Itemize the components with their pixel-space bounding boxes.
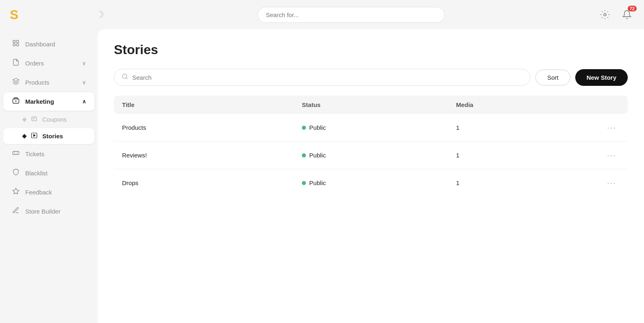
search-bar — [114, 69, 530, 86]
sidebar-item-blacklist[interactable]: Blacklist — [3, 164, 94, 182]
top-search-bar — [104, 7, 598, 23]
sidebar-item-coupons[interactable]: Coupons — [3, 111, 94, 127]
main-layout: Dashboard Orders ∨ Products ∨ — [0, 29, 644, 323]
products-icon — [11, 78, 20, 87]
new-story-button[interactable]: New Story — [575, 69, 628, 86]
story-actions: ··· — [576, 142, 628, 169]
svg-line-19 — [126, 78, 127, 79]
story-title[interactable]: Drops — [114, 169, 294, 197]
sidebar-item-feedback[interactable]: Feedback — [3, 183, 94, 201]
coupons-icon — [31, 116, 37, 123]
status-dot — [302, 181, 306, 185]
table-body: Products Public 1 ··· Reviews! Public 1 — [114, 114, 628, 196]
table-header: Title Status Media — [114, 96, 628, 114]
stories-icon — [31, 132, 37, 140]
story-media: 1 — [448, 114, 576, 142]
table-row: Reviews! Public 1 ··· — [114, 142, 628, 169]
sidebar-item-stories[interactable]: Stories — [3, 128, 94, 144]
sidebar-label-dashboard: Dashboard — [25, 41, 55, 48]
story-status: Public — [294, 142, 448, 169]
blacklist-icon — [11, 168, 20, 178]
story-media: 1 — [448, 169, 576, 197]
col-header-action — [576, 96, 628, 114]
story-status: Public — [294, 169, 448, 197]
toolbar: Sort New Story — [114, 69, 628, 86]
sidebar-item-products[interactable]: Products ∨ — [3, 73, 94, 92]
svg-point-0 — [604, 13, 606, 16]
sidebar-item-store-builder[interactable]: Store Builder — [3, 202, 94, 220]
orders-chevron: ∨ — [82, 60, 86, 66]
settings-icon[interactable] — [598, 7, 612, 22]
story-status: Public — [294, 114, 448, 142]
stories-table: Title Status Media Products Public 1 ··· — [114, 96, 628, 196]
sidebar-label-stories: Stories — [42, 133, 63, 140]
status-dot — [302, 126, 306, 130]
status-label: Public — [309, 179, 326, 186]
main-content: Stories Sort New Story Title Status Med — [98, 29, 644, 323]
sidebar-item-orders[interactable]: Orders ∨ — [3, 54, 94, 72]
sidebar-item-tickets[interactable]: Tickets — [3, 145, 94, 163]
orders-icon — [11, 59, 20, 68]
svg-rect-1 — [13, 40, 15, 42]
story-actions: ··· — [576, 169, 628, 197]
col-header-title: Title — [114, 96, 294, 114]
svg-rect-4 — [17, 44, 19, 46]
table-row: Drops Public 1 ··· — [114, 169, 628, 197]
more-options-button[interactable]: ··· — [604, 121, 620, 134]
sidebar-item-dashboard[interactable]: Dashboard — [3, 35, 94, 53]
status-label: Public — [309, 124, 326, 131]
svg-rect-2 — [17, 40, 19, 42]
coupons-dot — [22, 117, 26, 122]
more-options-button[interactable]: ··· — [604, 177, 620, 189]
notification-badge: 72 — [628, 6, 637, 11]
sidebar-label-coupons: Coupons — [42, 116, 67, 123]
svg-point-18 — [122, 74, 127, 79]
story-title[interactable]: Reviews! — [114, 142, 294, 169]
svg-marker-17 — [13, 188, 19, 194]
marketing-icon — [11, 97, 20, 106]
products-chevron: ∨ — [82, 79, 86, 85]
story-title[interactable]: Products — [114, 114, 294, 142]
sidebar: Dashboard Orders ∨ Products ∨ — [0, 29, 98, 323]
top-search-input[interactable] — [258, 7, 445, 23]
marketing-chevron: ∧ — [82, 98, 86, 105]
top-nav: S ☽ 72 — [0, 0, 644, 29]
sidebar-label-orders: Orders — [25, 60, 44, 67]
sidebar-label-tickets: Tickets — [25, 151, 44, 157]
tickets-icon — [11, 149, 20, 159]
dashboard-icon — [11, 39, 20, 49]
sort-button[interactable]: Sort — [535, 70, 570, 85]
svg-marker-13 — [34, 134, 35, 136]
svg-marker-5 — [13, 79, 19, 82]
svg-rect-9 — [32, 117, 37, 120]
status-label: Public — [309, 152, 326, 159]
stories-dot — [22, 134, 26, 138]
sidebar-label-products: Products — [25, 79, 49, 86]
top-nav-right: 72 — [598, 7, 634, 22]
notification-icon[interactable]: 72 — [620, 7, 634, 22]
svg-rect-14 — [13, 151, 19, 155]
logo: S — [10, 7, 91, 22]
page-title: Stories — [114, 42, 628, 57]
col-header-media: Media — [448, 96, 576, 114]
sidebar-label-feedback: Feedback — [25, 189, 52, 196]
story-actions: ··· — [576, 114, 628, 142]
col-header-status: Status — [294, 96, 448, 114]
sidebar-label-store-builder: Store Builder — [25, 208, 61, 215]
svg-rect-3 — [13, 44, 15, 46]
table-row: Products Public 1 ··· — [114, 114, 628, 142]
more-options-button[interactable]: ··· — [604, 149, 620, 162]
story-media: 1 — [448, 142, 576, 169]
store-builder-icon — [11, 207, 20, 216]
dark-mode-icon[interactable]: ☽ — [96, 9, 104, 20]
status-dot — [302, 153, 306, 157]
sidebar-label-blacklist: Blacklist — [25, 170, 48, 177]
stories-search-input[interactable] — [132, 74, 523, 81]
sidebar-label-marketing: Marketing — [25, 98, 54, 105]
sidebar-item-marketing[interactable]: Marketing ∧ — [3, 92, 94, 111]
feedback-icon — [11, 188, 20, 197]
search-icon — [122, 73, 128, 81]
